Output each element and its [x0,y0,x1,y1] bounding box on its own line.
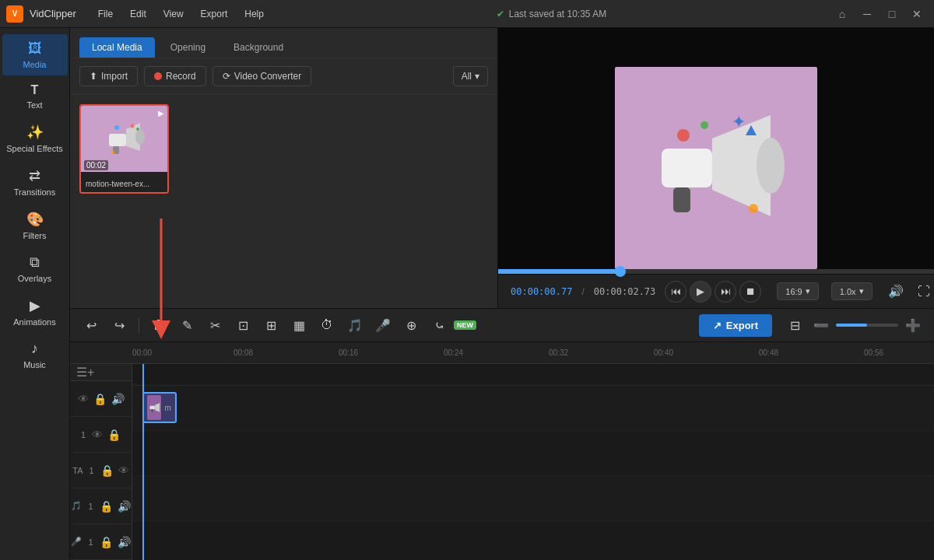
aspect-ratio-label: 16:9 [785,287,802,296]
step-forward-button[interactable]: ⏭ [715,281,736,303]
tab-opening[interactable]: Opening [158,37,218,58]
maximize-button[interactable]: □ [881,3,903,25]
minimize-button[interactable]: ─ [856,3,878,25]
record-button[interactable]: Record [144,66,206,86]
aspect-ratio-button[interactable]: 16:9 ▾ [777,282,818,300]
sidebar-item-music[interactable]: ♪ Music [2,334,68,376]
redo-button[interactable]: ↪ [107,313,131,337]
scrubber-track[interactable] [498,269,934,274]
close-button[interactable]: ✕ [906,3,928,25]
track-3-eye-icon[interactable]: 👁 [118,464,129,477]
import-button[interactable]: ⬆ Import [79,66,138,86]
upper-area: Local Media Opening Background ⬆ Import … [70,28,934,308]
chevron-down-icon-zoom: ▾ [859,286,864,296]
sidebar-item-overlays[interactable]: ⧉ Overlays [2,248,68,289]
sidebar-item-filters[interactable]: 🎨 Filters [2,205,68,247]
audio-button[interactable]: 🎵 [343,313,367,337]
delete-button[interactable]: 🗑 [147,313,170,337]
total-time: 00:00:02.73 [594,286,655,297]
menu-export[interactable]: Export [193,7,236,21]
home-button[interactable]: ⌂ [831,3,853,25]
media-tabs: Local Media Opening Background [70,28,497,58]
track-3-lock-icon[interactable]: 🔒 [100,464,114,477]
filter-dropdown[interactable]: All ▾ [453,66,488,86]
menu-file[interactable]: File [90,7,121,21]
ruler-mark-1: 00:08 [234,348,253,357]
content-area: Local Media Opening Background ⬆ Import … [70,28,934,560]
sidebar-label-text: Text [26,100,42,110]
timeline-view-button[interactable]: ⊟ [783,313,806,337]
track-3-num: 1 [90,466,94,475]
track-1-eye-icon[interactable]: 👁 [78,393,89,405]
sidebar-item-animations[interactable]: ▶ Animations [2,291,68,333]
new-feature-area: ⤿ NEW [427,313,476,337]
play-button[interactable]: ▶ [690,281,711,303]
track-2-eye-icon[interactable]: 👁 [92,429,103,441]
add-track-icon[interactable]: ☰+ [76,365,94,380]
svg-rect-24 [151,409,153,411]
export-button[interactable]: ↗ Export [699,314,772,337]
new-feature-button[interactable]: ⤿ [427,313,451,337]
ruler-mark-5: 00:40 [654,348,673,357]
track-4-lock-icon[interactable]: 🔒 [100,500,113,513]
track-row-text [132,476,934,521]
video-converter-button[interactable]: ⟳ Video Converter [212,66,312,86]
text-icon: T [31,83,39,97]
track-1-controls: 👁 🔒 🔊 [70,381,132,417]
sidebar-item-transitions[interactable]: ⇄ Transitions [2,161,68,203]
speed-button[interactable]: ⏱ [315,313,339,337]
volume-button[interactable]: 🔊 [888,284,904,299]
track-2-controls: 1 👁 🔒 [70,417,132,453]
svg-text:✦: ✦ [732,112,746,131]
edit-button[interactable]: ✎ [175,313,198,337]
track-clip-video-1[interactable]: m... [142,392,177,423]
media-thumbnail: 00:02 ▶ [81,106,167,172]
tab-local-media[interactable]: Local Media [79,37,155,58]
mix-button[interactable]: ⊕ [399,313,423,337]
menu-edit[interactable]: Edit [122,7,154,21]
undo-button[interactable]: ↩ [79,313,103,337]
track-2-lock-icon[interactable]: 🔒 [107,429,121,441]
menu-view[interactable]: View [156,7,191,21]
track-5-audio-icon[interactable]: 🔊 [118,536,131,548]
zoom-button[interactable]: 1.0x ▾ [831,282,873,300]
crop-button[interactable]: ⊡ [231,313,255,337]
media-panel: Local Media Opening Background ⬆ Import … [70,28,498,308]
track-row-music [132,521,934,560]
track-4-audio-icon[interactable]: 🔊 [118,500,131,513]
track-5-lock-icon[interactable]: 🔒 [100,536,113,548]
ruler-mark-0: 00:00 [132,348,152,357]
chart-button[interactable]: ▦ [287,313,311,337]
scrubber-thumb[interactable] [615,266,626,277]
preview-video: ✦ [615,67,817,269]
step-back-button[interactable]: ⏮ [665,281,686,303]
svg-rect-15 [673,187,690,212]
menu-help[interactable]: Help [237,7,272,21]
tab-background[interactable]: Background [221,37,296,58]
fullscreen-button[interactable]: ⛶ [918,285,930,299]
transform-button[interactable]: ⊞ [259,313,283,337]
media-item[interactable]: 00:02 ▶ motion-tween-ex... [79,104,169,194]
zoom-range-fill [836,324,867,327]
zoom-in-button[interactable]: ➕ [901,313,925,337]
zoom-out-button[interactable]: ➖ [809,313,833,337]
zoom-range-slider[interactable] [836,324,898,327]
track-1-lock-icon[interactable]: 🔒 [93,393,107,405]
sidebar-item-media[interactable]: 🖼 Media [2,34,68,75]
timeline: 00:00 00:08 00:16 00:24 00:32 00:40 00:4… [70,342,934,560]
sidebar-item-text[interactable]: T Text [2,77,68,116]
main-toolbar: ↩ ↪ 🗑 ✎ ✂ ⊡ ⊞ ▦ ⏱ 🎵 🎤 ⊕ ⤿ NEW ↗ Export ⊟ [70,308,934,342]
split-button[interactable]: ✂ [203,313,226,337]
track-1-audio-icon[interactable]: 🔊 [111,393,125,405]
export-label: Export [726,320,758,331]
track-2-num: 1 [81,430,86,439]
check-icon: ✔ [497,9,504,19]
stop-button[interactable]: ⏹ [739,281,761,303]
track-row-video-1: m... [132,386,934,431]
timeline-tracks: 00:00 [132,364,934,560]
track-3-controls: TA 1 🔒 👁 [70,453,132,488]
converter-label: Video Converter [234,71,302,82]
voice-button[interactable]: 🎤 [371,313,395,337]
scrubber-fill [498,269,620,274]
sidebar-item-special-effects[interactable]: ✨ Special Effects [2,117,68,159]
